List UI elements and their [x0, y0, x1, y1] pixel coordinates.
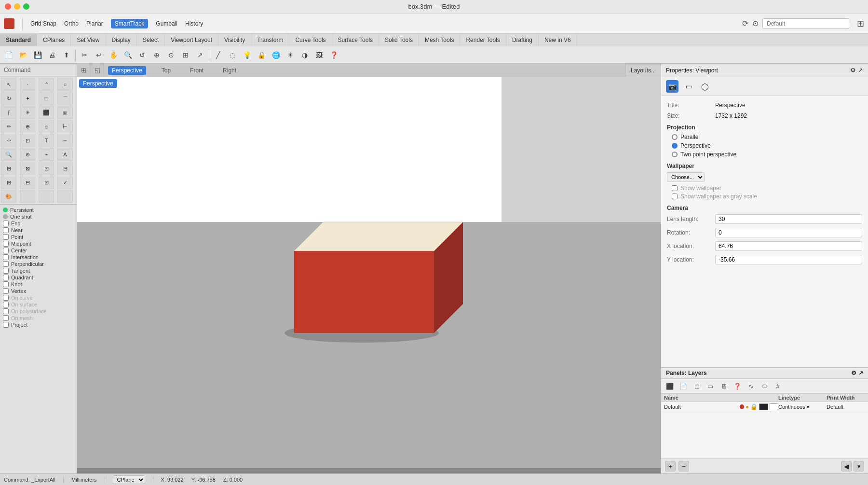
record2-icon[interactable]: ⊙: [752, 19, 759, 28]
osnap-center[interactable]: Center: [3, 247, 74, 254]
dim-tool[interactable]: ↔: [57, 134, 73, 147]
tab-new-in-v6[interactable]: New in V6: [539, 34, 577, 46]
tab-surface-tools[interactable]: Surface Tools: [332, 34, 380, 46]
osnap-perpendicular[interactable]: Perpendicular: [3, 261, 74, 267]
lens-input[interactable]: [715, 214, 862, 224]
layer-hash-icon[interactable]: #: [772, 381, 784, 391]
maximize-button[interactable]: [23, 3, 29, 10]
show-grayscale-checkbox[interactable]: [672, 194, 678, 199]
transform-tool[interactable]: ✳: [20, 106, 35, 119]
osnap-tangent-checkbox[interactable]: [3, 268, 9, 274]
points3-tool[interactable]: ⊡: [20, 134, 35, 147]
osnap-project-checkbox[interactable]: [3, 322, 9, 328]
wallpaper-dropdown[interactable]: Choose...: [667, 172, 705, 182]
save-icon[interactable]: 💾: [31, 48, 44, 62]
tab-mesh-tools[interactable]: Mesh Tools: [419, 34, 460, 46]
yloc-input[interactable]: [715, 255, 862, 264]
osnap-tangent[interactable]: Tangent: [3, 267, 74, 274]
add-layer-button[interactable]: +: [665, 461, 676, 471]
xloc-input[interactable]: [715, 241, 862, 251]
expand-icon[interactable]: ⊞: [857, 18, 864, 29]
layer-cube-icon[interactable]: ◻: [691, 381, 703, 391]
pan-icon[interactable]: ✋: [107, 48, 120, 62]
osnap-point-checkbox[interactable]: [3, 234, 9, 240]
arc-tool2[interactable]: ⌒: [57, 92, 73, 105]
snap-tool[interactable]: ⊛: [20, 148, 35, 161]
window-controls[interactable]: [5, 3, 29, 10]
osnap-persistent[interactable]: Persistent: [3, 207, 74, 213]
osnap-project[interactable]: Project: [3, 321, 74, 328]
layer-tool[interactable]: ⊟: [20, 176, 35, 189]
layer-material-swatch[interactable]: [770, 403, 778, 410]
bezier-tool[interactable]: ∫: [1, 106, 16, 119]
layer-next-button[interactable]: ▾: [854, 461, 864, 471]
mesh-tool[interactable]: ⊹: [1, 134, 16, 147]
tab-display[interactable]: Display: [106, 34, 137, 46]
remove-layer-button[interactable]: −: [678, 461, 689, 471]
tab-visibility[interactable]: Visibility: [218, 34, 251, 46]
layer-curve-icon[interactable]: ∿: [745, 381, 757, 391]
osnap-midpoint-checkbox[interactable]: [3, 241, 9, 247]
osnap-vertex[interactable]: Vertex: [3, 288, 74, 294]
gizmo-tool[interactable]: ⊕: [20, 120, 35, 133]
layer-panel-icon[interactable]: ▭: [705, 381, 716, 391]
osnap-onpolysurface-checkbox[interactable]: [3, 308, 9, 314]
edge-tool[interactable]: ⊡: [39, 176, 54, 189]
layer-file-icon[interactable]: 📄: [678, 381, 689, 391]
show-grayscale-row[interactable]: Show wallpaper as gray scale: [672, 193, 862, 200]
print-icon[interactable]: 🖨: [45, 48, 59, 62]
osnap-end[interactable]: End: [3, 220, 74, 227]
points-icon[interactable]: ⊕: [150, 48, 163, 62]
osnap-midpoint[interactable]: Midpoint: [3, 240, 74, 247]
select-tool[interactable]: ↖: [1, 78, 16, 91]
cage-tool[interactable]: ⊡: [39, 162, 54, 175]
rotate-icon[interactable]: ↺: [136, 48, 149, 62]
help-icon[interactable]: ❓: [327, 48, 340, 62]
layer-row-default[interactable]: Default ● 🔒 Continuous ▾ Default: [661, 402, 868, 412]
osnap-quadrant[interactable]: Quadrant: [3, 274, 74, 281]
osnap-onmesh-checkbox[interactable]: [3, 315, 9, 321]
layers-expand-icon[interactable]: ↗: [858, 370, 863, 376]
show-wallpaper-row[interactable]: Show wallpaper: [672, 185, 862, 192]
new-icon[interactable]: 📄: [2, 48, 15, 62]
osnap-center-checkbox[interactable]: [3, 248, 9, 253]
tab-solid-tools[interactable]: Solid Tools: [379, 34, 419, 46]
tab-render-tools[interactable]: Render Tools: [460, 34, 506, 46]
projection-perspective[interactable]: Perspective: [672, 142, 862, 149]
vp-name-front[interactable]: Front: [186, 66, 207, 75]
history-toggle[interactable]: History: [185, 20, 203, 27]
grid3-tool[interactable]: ⊠: [20, 162, 35, 175]
light-icon[interactable]: 💡: [240, 48, 254, 62]
hist-tool[interactable]: ⊟: [57, 162, 73, 175]
tab-drafting[interactable]: Drafting: [506, 34, 539, 46]
curve2-tool[interactable]: ⌁: [39, 148, 54, 161]
gridsnap-toggle[interactable]: Grid Snap: [30, 20, 56, 27]
record-icon[interactable]: ⟳: [742, 19, 748, 28]
box-tool[interactable]: ⬛: [39, 106, 54, 119]
viewport-canvas[interactable]: Perspective: [77, 77, 661, 473]
tab-select[interactable]: Select: [137, 34, 165, 46]
layer-lock-icon[interactable]: 🔒: [750, 403, 758, 410]
osnap-near-checkbox[interactable]: [3, 227, 9, 233]
tab-setview[interactable]: Set View: [71, 34, 106, 46]
layer-oval-icon[interactable]: ⬭: [759, 381, 770, 391]
tab-curve-tools[interactable]: Curve Tools: [289, 34, 332, 46]
point-tool[interactable]: ·: [20, 78, 35, 91]
smarttrack-toggle[interactable]: SmartTrack: [111, 19, 149, 28]
osnap-onpolysurface[interactable]: On polysurface: [3, 308, 74, 315]
grid-icon[interactable]: ⊞: [179, 48, 192, 62]
rotate-tool[interactable]: ↻: [1, 92, 16, 105]
undo-icon[interactable]: ↩: [92, 48, 106, 62]
preset-input[interactable]: [762, 18, 849, 29]
props-circle-icon[interactable]: ◯: [699, 80, 711, 93]
globe-icon[interactable]: 🌐: [269, 48, 283, 62]
osnap-knot[interactable]: Knot: [3, 281, 74, 288]
search-tool[interactable]: 🔍: [1, 148, 16, 161]
osnap-onmesh[interactable]: On mesh: [3, 315, 74, 321]
lock-icon[interactable]: 🔒: [255, 48, 268, 62]
polyline-tool[interactable]: ⌃: [39, 78, 54, 91]
show-wallpaper-checkbox[interactable]: [672, 185, 678, 191]
viewport-grid-icon[interactable]: ⊞: [77, 64, 91, 77]
osnap-vertex-checkbox[interactable]: [3, 288, 9, 294]
osnap-oncurve-checkbox[interactable]: [3, 295, 9, 301]
